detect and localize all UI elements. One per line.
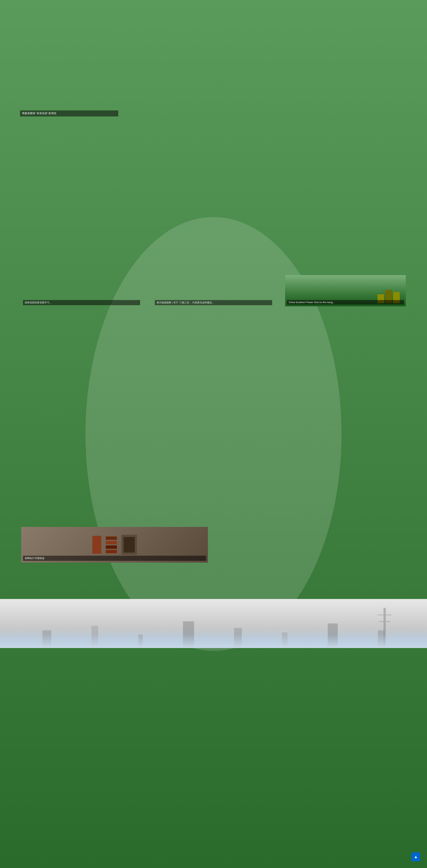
second-three-col: 国资动态 › 国务院国资委党委学习习近平新时代中国特色社会主义思想主题教育...… bbox=[18, 263, 409, 360]
main-news-section: 博鳌老家园 博鳌荟聚闻 '有里有面' 新博览 央视 央视《朝闻天下》：博鳌老家园… bbox=[0, 52, 427, 447]
nengyan-caption: 南方能源观察 | 关于 '三氢三化'，代表委员这样建议... bbox=[155, 300, 272, 305]
nengyan-section: 能源观察 › 南方能源观察 | 关于 '三氢三化'，代表委员这样建议... 国家… bbox=[150, 263, 277, 360]
english-img-caption: China Southern Power Grid on the rising.… bbox=[287, 300, 404, 305]
img-caption: 博鳌荟聚闻 '有里有面' 新博览 bbox=[20, 111, 118, 117]
english-news-image: China Southern Power Grid on the rising.… bbox=[285, 275, 406, 306]
nengyan-image: 南方能源观察 | 关于 '三氢三化'，代表委员这样建议... bbox=[153, 276, 274, 307]
footer-landscape bbox=[0, 599, 427, 648]
guozi-caption: 国务院国资委党委学习... bbox=[23, 300, 140, 305]
knowledge-image: 南网知行书屋精选 bbox=[21, 527, 208, 563]
knowledge-caption: 南网知行书屋精选 bbox=[23, 556, 206, 561]
